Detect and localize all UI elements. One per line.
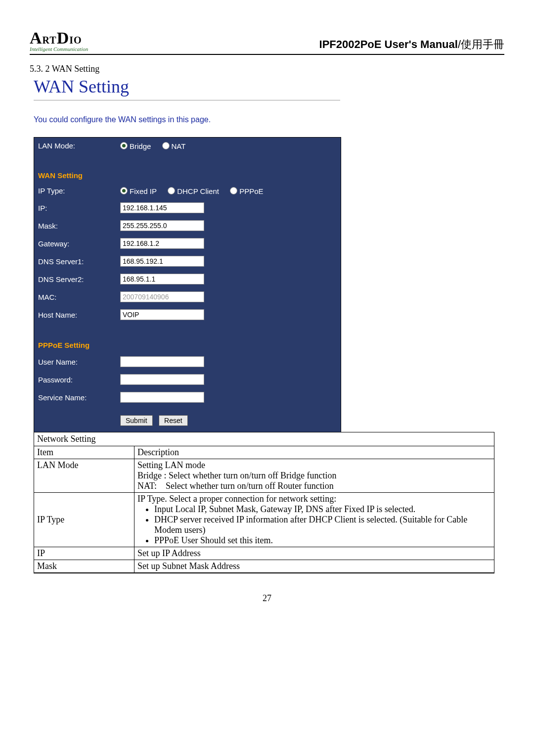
page-header: ArtDio Intelligent Communication IPF2002… xyxy=(30,30,504,55)
mac-input[interactable] xyxy=(120,291,204,302)
table-row: IP Set up IP Address xyxy=(34,547,494,560)
dns2-label: DNS Server2: xyxy=(34,270,116,288)
desc-header-description: Description xyxy=(134,446,494,459)
wan-setting-heading: WAN Setting xyxy=(34,168,341,183)
user-name-input[interactable] xyxy=(120,356,204,367)
document-title-tail: /使用手冊 xyxy=(458,38,504,50)
desc-item: IP xyxy=(34,547,134,560)
ip-label: IP: xyxy=(34,199,116,217)
desc-bullet: DHCP server received IP information afte… xyxy=(154,515,491,535)
desc-line: Setting LAN mode xyxy=(137,460,491,471)
section-intro: You could configure the WAN settings in … xyxy=(34,115,504,124)
reset-button[interactable]: Reset xyxy=(159,415,188,426)
ip-type-pppoe-label: PPPoE xyxy=(239,187,263,195)
description-table: Network Setting Item Description LAN Mod… xyxy=(34,432,494,573)
wan-setting-form: LAN Mode: Bridge NAT WAN Setting IP Type… xyxy=(34,137,341,432)
desc-text: Set up IP Address xyxy=(134,547,494,560)
service-name-label: Service Name: xyxy=(34,388,116,406)
desc-line: IP Type. Select a proper connection for … xyxy=(137,494,491,504)
table-row: IP Type IP Type. Select a proper connect… xyxy=(34,493,494,547)
dns2-input[interactable] xyxy=(120,274,204,284)
lan-mode-bridge-radio[interactable] xyxy=(120,142,128,149)
logo-text: ArtDio xyxy=(30,30,88,47)
description-table-caption: Network Setting xyxy=(34,432,494,446)
table-row: LAN Mode Setting LAN mode Bridge : Selec… xyxy=(34,459,494,493)
desc-item: IP Type xyxy=(34,493,134,547)
desc-header-item: Item xyxy=(34,446,134,459)
desc-item: Mask xyxy=(34,560,134,573)
submit-button[interactable]: Submit xyxy=(120,415,153,426)
dns1-label: DNS Server1: xyxy=(34,252,116,270)
dns1-input[interactable] xyxy=(120,256,204,267)
lan-mode-nat-label: NAT xyxy=(172,142,186,150)
password-input[interactable] xyxy=(120,374,204,385)
gateway-input[interactable] xyxy=(120,238,204,249)
heading-rule xyxy=(34,100,340,100)
ip-type-dhcp-label: DHCP Client xyxy=(177,187,219,195)
desc-bullet: PPPoE User Should set this item. xyxy=(154,535,491,546)
host-name-input[interactable] xyxy=(120,309,204,320)
ip-type-dhcp-radio[interactable] xyxy=(168,187,175,194)
gateway-label: Gateway: xyxy=(34,235,116,252)
lan-mode-bridge-label: Bridge xyxy=(130,142,151,150)
ip-type-fixed-label: Fixed IP xyxy=(130,187,157,195)
service-name-input[interactable] xyxy=(120,392,204,403)
desc-bullet: Input Local IP, Subnet Mask, Gateway IP,… xyxy=(154,504,491,515)
desc-line: Bridge : Select whether turn on/turn off… xyxy=(137,471,491,481)
desc-text: Set up Subnet Mask Address xyxy=(134,560,494,573)
user-name-label: User Name: xyxy=(34,353,116,371)
ip-type-fixed-radio[interactable] xyxy=(120,187,128,194)
logo-subtitle: Intelligent Communication xyxy=(30,47,88,52)
ip-type-pppoe-radio[interactable] xyxy=(230,187,237,194)
document-title: IPF2002PoE User's Manual/使用手冊 xyxy=(319,37,504,52)
mask-label: Mask: xyxy=(34,217,116,235)
table-row: Mask Set up Subnet Mask Address xyxy=(34,560,494,573)
pppoe-heading: PPPoE Setting xyxy=(34,337,341,353)
lan-mode-label: LAN Mode: xyxy=(34,138,116,154)
document-title-bold: IPF2002PoE User's Manual xyxy=(319,38,458,50)
logo: ArtDio Intelligent Communication xyxy=(30,30,88,52)
desc-item: LAN Mode xyxy=(34,459,134,493)
desc-text: Setting LAN mode Bridge : Select whether… xyxy=(134,459,494,493)
lan-mode-nat-radio[interactable] xyxy=(162,142,170,149)
host-name-label: Host Name: xyxy=(34,306,116,324)
ip-input[interactable] xyxy=(120,202,204,213)
desc-text: IP Type. Select a proper connection for … xyxy=(134,493,494,547)
page-number: 27 xyxy=(30,593,504,604)
ip-type-label: IP Type: xyxy=(34,183,116,199)
section-number: 5.3. 2 WAN Setting xyxy=(30,64,504,74)
desc-line: NAT: Select whether turn on/turn off Rou… xyxy=(137,481,491,491)
section-heading: WAN Setting xyxy=(34,76,504,97)
mac-label: MAC: xyxy=(34,288,116,306)
mask-input[interactable] xyxy=(120,220,204,231)
password-label: Password: xyxy=(34,371,116,388)
